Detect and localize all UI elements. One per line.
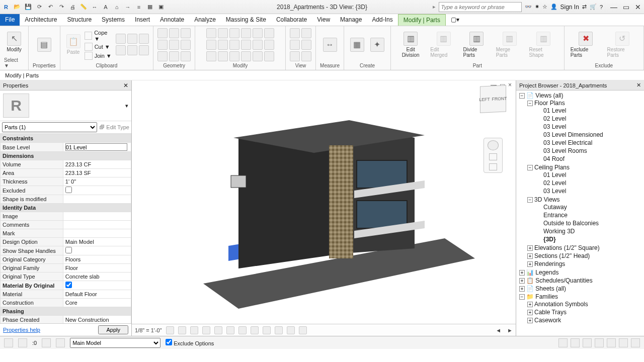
tree-item[interactable]: Entrance — [535, 211, 644, 219]
maximize-button[interactable]: ▭ — [622, 3, 630, 11]
select-pinned-icon[interactable] — [583, 338, 592, 347]
background-proc-icon[interactable] — [631, 338, 640, 347]
cope-button[interactable]: Cope ▼ — [85, 30, 114, 42]
crop-view-icon[interactable] — [226, 326, 234, 334]
tree-item[interactable]: 02 Level — [535, 179, 644, 187]
editable-only-icon[interactable] — [56, 338, 65, 347]
tree-floor-plans[interactable]: Floor Plans — [534, 100, 565, 107]
tree-item[interactable]: Annotation Symbols — [534, 301, 588, 308]
tab-massing[interactable]: Massing & Site — [221, 14, 271, 26]
drag-elements-icon[interactable] — [607, 338, 616, 347]
prop-base-level-input[interactable] — [65, 143, 128, 151]
tab-manage[interactable]: Manage — [335, 14, 367, 26]
type-dropdown-icon[interactable]: ▾ — [125, 103, 128, 109]
edit-division-button[interactable]: ▥Edit Division — [395, 31, 426, 59]
scene-3d[interactable] — [137, 85, 511, 321]
save-icon[interactable]: 💾 — [24, 3, 32, 11]
sync-icon[interactable]: ⟳ — [35, 3, 43, 11]
tab-collaborate[interactable]: Collaborate — [271, 14, 312, 26]
tree-sheets[interactable]: Sheets (all) — [535, 285, 566, 292]
zoom-icon[interactable] — [489, 163, 497, 170]
design-options-icon[interactable] — [42, 338, 51, 347]
active-workset-label[interactable]: :0 — [32, 340, 37, 346]
divide-parts-button[interactable]: ▥Divide Parts — [461, 31, 492, 59]
lock-3d-icon[interactable] — [251, 326, 259, 334]
tree-item[interactable]: 03 Level Rooms — [535, 147, 644, 155]
exchange-icon[interactable]: ⇄ — [582, 4, 587, 10]
reveal-hidden-icon[interactable] — [275, 326, 283, 334]
text-icon[interactable]: A — [102, 3, 110, 11]
tree-item[interactable]: Cable Trays — [534, 309, 567, 316]
tab-systems[interactable]: Systems — [97, 14, 130, 26]
cart-icon[interactable]: 🛒 — [590, 4, 597, 10]
apply-button[interactable]: Apply — [98, 325, 128, 334]
view-icons[interactable] — [290, 28, 311, 61]
status-icon[interactable] — [4, 338, 13, 347]
navigation-bar[interactable] — [484, 138, 503, 173]
viewport-3d[interactable]: — ▭ × LEFT FRONT — [132, 80, 516, 336]
help-icon[interactable]: ? — [600, 4, 603, 10]
print-icon[interactable]: 🖨 — [68, 3, 76, 11]
modify-tool-button[interactable]: ↖Modify — [5, 31, 23, 53]
panel-select-label[interactable]: Select ▼ — [4, 57, 24, 68]
tab-structure[interactable]: Structure — [62, 14, 97, 26]
visual-style-icon[interactable] — [178, 326, 186, 334]
tab-annotate[interactable]: Annotate — [155, 14, 189, 26]
cut-button[interactable]: Cut ▼ — [85, 43, 114, 51]
paste-button[interactable]: 📋Paste — [64, 33, 83, 56]
tree-item[interactable]: Cutaway — [535, 203, 644, 211]
join-button[interactable]: Join ▼ — [85, 52, 114, 60]
rendering-icon[interactable] — [214, 326, 222, 334]
tree-item[interactable]: 03 Level — [535, 187, 644, 195]
tree-renderings[interactable]: Renderings — [534, 260, 565, 267]
tree-item[interactable]: 01 Level — [535, 171, 644, 179]
exclude-parts-button[interactable]: ✖Exclude Parts — [569, 31, 603, 59]
select-links-icon[interactable] — [558, 338, 568, 347]
tree-item[interactable]: 03 Level Electrical — [535, 139, 644, 147]
geometry-icons[interactable] — [157, 28, 191, 61]
tree-ceiling-plans[interactable]: Ceiling Plans — [534, 164, 570, 171]
filter-icon[interactable] — [619, 338, 628, 347]
switch-win-icon[interactable]: ▣ — [157, 3, 165, 11]
pan-icon[interactable] — [489, 153, 497, 160]
properties-button[interactable]: ▤ — [35, 37, 53, 53]
tree-item[interactable]: Casework — [534, 317, 561, 324]
project-browser-tree[interactable]: −📄 Views (all) −Floor Plans 01 Level 02 … — [516, 90, 644, 336]
prop-excluded-checkbox[interactable] — [65, 187, 72, 193]
clipboard-extra-icons[interactable] — [116, 34, 149, 55]
shadows-icon[interactable] — [202, 326, 210, 334]
modify-icons[interactable] — [206, 28, 274, 61]
tree-item[interactable]: 02 Level — [535, 115, 644, 123]
element-filter-select[interactable]: Parts (1) — [2, 122, 97, 132]
tree-item[interactable]: 01 Level — [535, 107, 644, 115]
edit-type-button[interactable]: 🗊 Edit Type — [99, 124, 129, 130]
select-underlay-icon[interactable] — [571, 338, 580, 347]
create-group-button[interactable]: ✦ — [368, 37, 386, 53]
minimize-button[interactable]: — — [610, 3, 618, 11]
viewcube[interactable]: LEFT FRONT — [480, 85, 506, 113]
tree-3d-views[interactable]: 3D Views — [534, 196, 559, 203]
search-go-icon[interactable]: 👓 — [525, 4, 532, 10]
ribbon-expand-icon[interactable]: ▢▾ — [446, 14, 464, 26]
sign-in-link[interactable]: Sign In — [560, 4, 579, 11]
temp-hide-icon[interactable] — [263, 326, 271, 334]
undo-icon[interactable]: ↶ — [46, 3, 54, 11]
select-face-icon[interactable] — [595, 338, 604, 347]
constraint-icon[interactable] — [299, 326, 307, 334]
tab-insert[interactable]: Insert — [130, 14, 155, 26]
measure-button[interactable]: ↔ — [321, 37, 339, 53]
close-button[interactable]: ✕ — [634, 3, 642, 11]
tab-modify-parts[interactable]: Modify | Parts — [398, 14, 446, 26]
properties-close-icon[interactable]: ✕ — [123, 82, 128, 89]
user-icon[interactable]: 👤 — [550, 4, 557, 10]
tab-view[interactable]: View — [312, 14, 335, 26]
prop-show-shape-handles-checkbox[interactable] — [65, 247, 72, 253]
tab-addins[interactable]: Add-Ins — [367, 14, 397, 26]
tree-sections[interactable]: Sections (1/2" Head) — [534, 252, 590, 259]
comm-icon[interactable]: ✷ — [535, 4, 539, 10]
worksets-icon[interactable] — [18, 338, 27, 347]
prop-material-by-original-checkbox[interactable] — [65, 282, 72, 288]
tree-item[interactable]: Outside to Balconies — [535, 219, 644, 227]
tree-families[interactable]: Families — [535, 293, 558, 300]
properties-grid[interactable]: Constraints Base Level Dimensions Volume… — [0, 134, 131, 323]
